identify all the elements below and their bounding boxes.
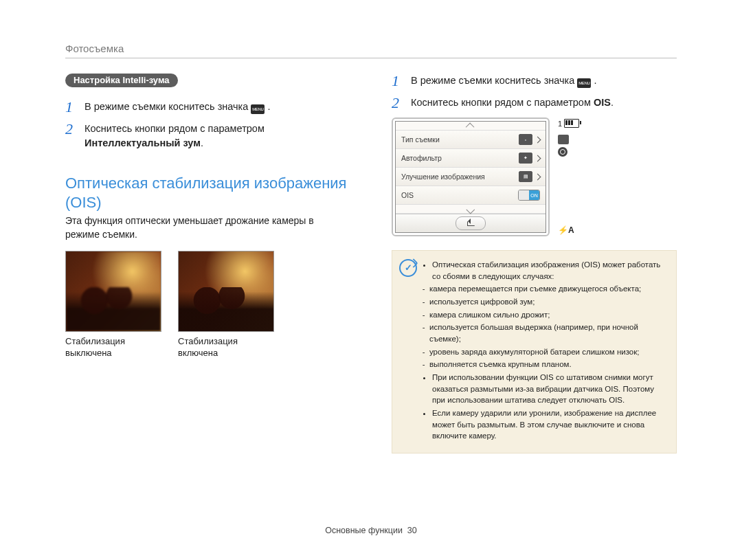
intelli-zoom-pill: Настройка Intelli-зума xyxy=(65,74,178,87)
ois-indicator-icon xyxy=(558,147,567,157)
right-column: 1 В режиме съемки коснитесь значка MENU … xyxy=(392,74,677,453)
step-bold: Интеллектуальный зум xyxy=(85,137,201,148)
photo-stabilization-on xyxy=(178,251,274,332)
note-bullet: Если камеру ударили или уронили, изображ… xyxy=(432,407,666,442)
step-text-tail: . xyxy=(267,101,270,112)
mode-icon: ▫ xyxy=(519,134,532,145)
filter-icon: ✦ xyxy=(519,153,532,164)
step-text: В режиме съемки коснитесь значка xyxy=(411,75,577,86)
note-sub-bullet: выполняется съемка крупным планом. xyxy=(429,359,666,370)
left-step-1: 1 В режиме съемки коснитесь значка MENU … xyxy=(65,100,350,115)
menu-row-image-enhance[interactable]: Улучшение изображения ▤ xyxy=(396,168,546,186)
ois-toggle[interactable]: ON xyxy=(518,190,540,201)
chevron-right-icon xyxy=(535,136,541,143)
page-indicator: 1 xyxy=(558,120,562,128)
page-footer: Основные функции 30 xyxy=(0,526,742,535)
step-text-tail: . xyxy=(594,75,596,86)
left-column: Настройка Intelli-зума 1 В режиме съемки… xyxy=(65,74,350,453)
note-sub-bullet: камера слишком сильно дрожит; xyxy=(429,309,666,321)
note-sub-bullet: используется большая выдержка (например,… xyxy=(429,322,666,344)
back-arrow-icon xyxy=(467,221,475,226)
breadcrumb: Фотосъемка xyxy=(65,43,677,58)
mode-indicator-icon xyxy=(558,135,569,144)
scroll-down-indicator xyxy=(396,205,546,214)
menu-row-ois[interactable]: OIS ON xyxy=(396,186,546,205)
toggle-on-label: ON xyxy=(529,190,539,200)
back-button[interactable] xyxy=(456,216,486,230)
flash-auto-label: A xyxy=(568,225,574,235)
menu-label: OIS xyxy=(401,191,414,199)
menu-icon: MENU xyxy=(251,104,265,114)
footer-page-number: 30 xyxy=(407,526,417,535)
step-text: Коснитесь кнопки рядом с параметром xyxy=(85,123,265,134)
menu-icon: MENU xyxy=(577,78,591,88)
menu-label: Тип съемки xyxy=(401,135,440,144)
enhance-icon: ▤ xyxy=(519,171,532,182)
ois-section-title: Оптическая стабилизация изображения (OIS… xyxy=(65,174,350,212)
footer-section: Основные функции xyxy=(325,526,403,535)
right-step-1: 1 В режиме съемки коснитесь значка MENU … xyxy=(392,74,677,89)
note-sub-bullet: используется цифровой зум; xyxy=(429,296,666,308)
battery-icon xyxy=(564,119,579,128)
photo-stabilization-off xyxy=(65,251,161,332)
scroll-up-indicator xyxy=(396,122,546,131)
right-step-2: 2 Коснитесь кнопки рядом с параметром OI… xyxy=(392,96,677,111)
menu-label: Автофильтр xyxy=(401,154,442,162)
chevron-right-icon xyxy=(535,155,541,161)
camera-screenshot: Тип съемки ▫ Автофильтр ✦ Улучшение изоб… xyxy=(392,117,677,236)
menu-row-autofilter[interactable]: Автофильтр ✦ xyxy=(396,149,546,168)
step-number: 2 xyxy=(392,96,408,111)
photo-caption-off: Стабилизация выключена xyxy=(65,336,161,359)
step-tail: . xyxy=(201,137,203,148)
chevron-right-icon xyxy=(535,173,541,180)
step-tail: . xyxy=(611,97,614,108)
ois-section-body: Эта функция оптически уменьшает дрожание… xyxy=(65,214,350,241)
step-text: В режиме съемки коснитесь значка xyxy=(85,101,251,112)
step-number: 1 xyxy=(65,100,82,115)
note-sub-bullet: уровень заряда аккумуляторной батареи сл… xyxy=(429,346,666,358)
photo-caption-on: Стабилизация включена xyxy=(178,336,274,359)
note-bullet: Оптическая стабилизация изображения (OIS… xyxy=(432,259,666,282)
menu-label: Улучшение изображения xyxy=(401,172,485,181)
left-step-2: 2 Коснитесь кнопки рядом с параметром Ин… xyxy=(65,122,350,150)
step-text: Коснитесь кнопки рядом с параметром xyxy=(411,97,594,108)
note-bullet: При использовании функции OIS со штативо… xyxy=(432,372,666,406)
note-sub-bullet: камера перемещается при съемке движущего… xyxy=(429,283,666,295)
menu-row-shot-type[interactable]: Тип съемки ▫ xyxy=(396,131,546,149)
step-bold: OIS xyxy=(594,97,611,108)
step-number: 2 xyxy=(65,122,82,137)
note-icon: ✓ xyxy=(399,259,417,277)
note-box: ✓ Оптическая стабилизация изображения (O… xyxy=(392,250,677,453)
flash-icon: ⚡ xyxy=(558,225,568,235)
step-number: 1 xyxy=(392,74,408,89)
